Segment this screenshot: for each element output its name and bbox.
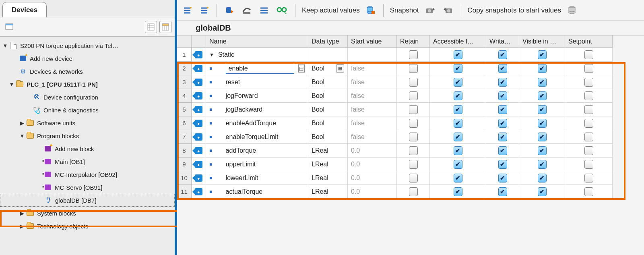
col-writable[interactable]: Writa…	[486, 35, 519, 48]
cell-writable[interactable]	[486, 103, 519, 116]
cell-accessible[interactable]	[430, 103, 486, 116]
accessible-checkbox[interactable]	[454, 174, 462, 182]
col-accessible[interactable]: Accessible f…	[430, 35, 486, 48]
accessible-checkbox[interactable]	[454, 64, 462, 73]
cell-name[interactable]: ■ actualTorque	[206, 185, 308, 199]
cell-retain[interactable]	[397, 75, 430, 89]
cell-datatype[interactable]: Bool	[308, 75, 348, 89]
cell-accessible[interactable]	[430, 116, 486, 130]
writable-checkbox[interactable]	[498, 105, 507, 114]
tree-online-diag[interactable]: 🩺 Online & diagnostics	[0, 104, 175, 116]
cell-visible[interactable]	[519, 89, 565, 103]
setpoint-checkbox[interactable]	[584, 160, 593, 169]
toolbar-btn-save[interactable]	[240, 4, 253, 17]
cell-visible[interactable]	[519, 62, 565, 75]
col-setpoint[interactable]: Setpoint	[565, 35, 613, 48]
grid-row[interactable]: 5⬥■ jogBackwardBoolfalse	[177, 103, 644, 116]
cell-setpoint[interactable]	[565, 158, 613, 171]
tree-devices-networks[interactable]: ⚙ Devices & networks	[0, 65, 175, 78]
cell-retain[interactable]	[397, 62, 430, 75]
toolbar-btn-snapshot1[interactable]	[424, 4, 437, 17]
cell-accessible[interactable]	[430, 171, 486, 185]
toolbar-btn-struct2[interactable]: ✦	[198, 4, 210, 17]
cell-accessible[interactable]	[430, 158, 486, 171]
setpoint-checkbox[interactable]	[584, 78, 593, 87]
cell-retain[interactable]	[397, 130, 430, 144]
writable-checkbox[interactable]	[498, 119, 507, 128]
toolbar-btn-monitor[interactable]	[275, 4, 289, 17]
cell-writable[interactable]	[486, 185, 519, 199]
cell-startvalue[interactable]: false	[348, 89, 397, 103]
cell-datatype[interactable]: LReal	[308, 144, 348, 158]
accessible-checkbox[interactable]	[454, 91, 462, 100]
cell-setpoint[interactable]	[565, 144, 613, 158]
col-visible[interactable]: Visible in …	[519, 35, 565, 48]
visible-checkbox[interactable]	[538, 64, 547, 73]
visible-checkbox[interactable]	[538, 187, 547, 196]
grid-row[interactable]: 9⬥■ upperLimitLReal0.0	[177, 158, 644, 171]
cell-startvalue[interactable]: false	[348, 130, 397, 144]
toolbar-btn-load[interactable]	[223, 4, 235, 17]
visible-checkbox[interactable]	[538, 78, 547, 87]
writable-checkbox[interactable]	[498, 64, 507, 73]
accessible-checkbox[interactable]	[454, 146, 462, 155]
tree-device-config[interactable]: 🛠 Device configuration	[0, 91, 175, 104]
toolbar-btn-db-icon[interactable]	[365, 4, 377, 17]
tree-project-root[interactable]: ▼ S200 PN torque application via Tel…	[0, 39, 175, 52]
setpoint-checkbox[interactable]	[584, 174, 593, 182]
visible-checkbox[interactable]	[538, 119, 547, 128]
grid-row[interactable]: 6⬥■ enableAddTorqueBoolfalse	[177, 116, 644, 130]
accessible-checkbox[interactable]	[454, 105, 462, 114]
tree-add-block[interactable]: Add new block	[0, 142, 175, 155]
cell-visible[interactable]	[519, 185, 565, 199]
visible-checkbox[interactable]	[538, 160, 547, 169]
setpoint-checkbox[interactable]	[584, 64, 593, 73]
tree-add-device[interactable]: Add new device	[0, 52, 175, 65]
grid-row[interactable]: 11⬥■ actualTorqueLReal0.0	[177, 185, 644, 199]
retain-checkbox[interactable]	[409, 119, 418, 128]
db-grid[interactable]: Name Data type Start value Retain Access…	[177, 35, 644, 255]
writable-checkbox[interactable]	[498, 187, 507, 196]
view-table-icon[interactable]	[159, 21, 171, 33]
tree-program-blocks[interactable]: ▼ Program blocks	[0, 129, 175, 142]
cell-startvalue[interactable]: false	[348, 75, 397, 89]
cell-visible[interactable]	[519, 103, 565, 116]
setpoint-checkbox[interactable]	[584, 105, 593, 114]
cell-datatype[interactable]: Bool	[308, 116, 348, 130]
cell-visible[interactable]	[519, 144, 565, 158]
setpoint-checkbox[interactable]	[584, 50, 593, 59]
tree-plc[interactable]: ▼ PLC_1 [CPU 1511T-1 PN]	[0, 78, 175, 91]
toolbar-btn-db-copy[interactable]	[566, 4, 578, 17]
cell-writable[interactable]	[486, 62, 519, 75]
retain-checkbox[interactable]	[409, 91, 418, 100]
cell-accessible[interactable]	[430, 75, 486, 89]
setpoint-checkbox[interactable]	[584, 133, 593, 141]
cell-setpoint[interactable]	[565, 116, 613, 130]
cell-datatype[interactable]: Bool	[308, 130, 348, 144]
cell-name[interactable]: ■ reset	[206, 75, 308, 89]
grid-row[interactable]: 8⬥■ addTorqueLReal0.0	[177, 144, 644, 158]
name-input[interactable]	[226, 63, 294, 74]
cell-writable[interactable]	[486, 130, 519, 144]
cell-retain[interactable]	[397, 89, 430, 103]
setpoint-checkbox[interactable]	[584, 146, 593, 155]
cell-name[interactable]: ■ ▤	[206, 62, 308, 75]
cell-startvalue[interactable]: 0.0	[348, 185, 397, 199]
cell-setpoint[interactable]	[565, 103, 613, 116]
accessible-checkbox[interactable]	[454, 119, 462, 128]
retain-checkbox[interactable]	[409, 146, 418, 155]
col-startvalue[interactable]: Start value	[348, 35, 397, 48]
tree-system-blocks[interactable]: ▶ System blocks	[0, 207, 175, 220]
cell-setpoint[interactable]	[565, 171, 613, 185]
cell-writable[interactable]	[486, 116, 519, 130]
cell-startvalue[interactable]: false	[348, 62, 397, 75]
cell-name[interactable]: ■ enableAddTorque	[206, 116, 308, 130]
cell-retain[interactable]	[397, 103, 430, 116]
writable-checkbox[interactable]	[498, 146, 507, 155]
cell-datatype[interactable]: Bool	[308, 103, 348, 116]
tree-software-units[interactable]: ▶ Software units	[0, 116, 175, 129]
cell-visible[interactable]	[519, 116, 565, 130]
visible-checkbox[interactable]	[538, 174, 547, 182]
retain-checkbox[interactable]	[409, 187, 418, 196]
col-datatype[interactable]: Data type	[308, 35, 348, 48]
